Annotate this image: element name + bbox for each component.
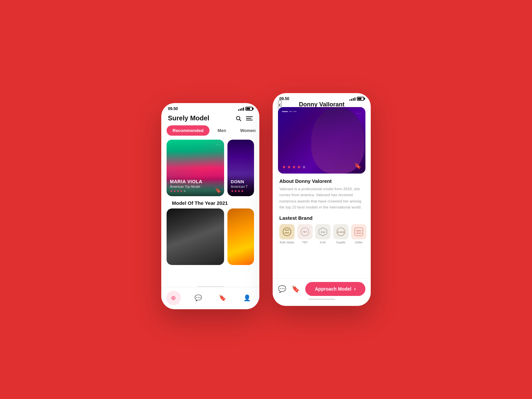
nav-chat[interactable]: 💬: [191, 291, 205, 305]
brands-title: Lastest Brand: [279, 215, 364, 221]
brand-tbt: TBT TBT: [297, 224, 313, 244]
nav-home[interactable]: ⊕: [166, 291, 181, 305]
home-indicator-2: [309, 299, 335, 300]
signal-icon-2: [349, 97, 355, 101]
model-subtitle-maria: American Top Model: [170, 185, 221, 189]
tab-women[interactable]: Women: [234, 125, 259, 136]
model-stars-maria: ★ ★ ★ ★ ★: [170, 189, 221, 193]
hero-model-image: ··· ★ ★ ★ ★ ★ 🔖: [278, 107, 365, 174]
header-icons: [235, 115, 253, 121]
hero-options-icon: ···: [356, 111, 361, 116]
nav-bookmark[interactable]: 🔖: [215, 291, 230, 305]
svg-text:•Salon: •Salon: [356, 232, 361, 234]
bookmark-icon-maria[interactable]: 🔖: [215, 187, 221, 194]
hero-stars: ★ ★ ★ ★ ★: [282, 164, 306, 170]
svg-text:Glitter: Glitter: [356, 230, 361, 232]
svg-text:Roki: Roki: [285, 229, 289, 231]
brand-logo-tbt: TBT: [297, 224, 313, 239]
svg-line-1: [239, 119, 241, 121]
brand-name-kae: KAE: [320, 241, 326, 244]
status-icons-2: [349, 97, 364, 101]
nav-profile[interactable]: 👤: [240, 291, 254, 305]
brands-row: Roki Skate Roki Skate TBT TBT: [279, 224, 364, 244]
status-bar-1: 09.50: [161, 103, 259, 112]
approach-label: Approach Model: [315, 286, 351, 292]
brand-name-sujade: Sujade: [336, 241, 345, 244]
tab-men[interactable]: Men: [211, 125, 232, 136]
phone2-nav: 💬 🔖 Approach Model ›: [278, 282, 365, 296]
brand-logo-roki: Roki Skate: [279, 224, 295, 239]
phone-1: 09.50 Surely Model: [161, 103, 259, 309]
brand-logo-kae: KAE: [315, 224, 331, 239]
battery-icon-2: [357, 97, 364, 101]
svg-text:TBT: TBT: [303, 231, 307, 233]
hero-bookmark-icon[interactable]: 🔖: [354, 162, 361, 170]
section-title-year: Model Of The Year 2021: [172, 200, 249, 206]
profile-icon: 👤: [243, 294, 251, 302]
app-title: Surely Model: [168, 114, 209, 122]
bottom-nav-1: ⊕ 💬 🔖 👤: [161, 287, 259, 309]
phones-container: 09.50 Surely Model: [161, 90, 371, 309]
model-card-maria[interactable]: ··· MARIA VIOLA American Top Model ★ ★ ★…: [167, 140, 224, 196]
chat-btn-2[interactable]: 💬: [278, 285, 286, 293]
phone2-bottom-bar: 💬 🔖 Approach Model ›: [273, 278, 371, 306]
year-cards-row: [167, 208, 254, 265]
approach-model-button[interactable]: Approach Model ›: [305, 282, 365, 296]
phone-2: 09.50 ‹ Donny Vallorant: [273, 93, 371, 306]
model-card-dark[interactable]: [167, 208, 224, 265]
bookmark-nav-icon: 🔖: [219, 294, 226, 302]
brands-section: Lastest Brand Roki Skate Roki Skate: [273, 210, 371, 244]
tabs-bar: Recommended Men Women: [161, 125, 259, 136]
brand-sujade: SUJADE Sujade: [333, 224, 348, 244]
brand-name-roki: Roki Skate: [280, 241, 294, 244]
about-section: About Donny Valorent Valorant is a profe…: [273, 174, 371, 210]
model-card-warm[interactable]: [227, 208, 254, 265]
chevron-right-icon: ›: [354, 286, 356, 292]
home-icon: ⊕: [171, 294, 176, 302]
brand-gliiter: Glitter •Salon Gliiter: [351, 224, 366, 244]
status-icons-1: [238, 107, 253, 111]
model-name-donn: DONN: [231, 180, 251, 184]
brand-roki-skate: Roki Skate Roki Skate: [279, 224, 295, 244]
model-subtitle-donn: American T: [231, 185, 251, 189]
brand-name-tbt: TBT: [302, 241, 308, 244]
model-card-donn[interactable]: DONN American T ★ ★ ★ ★: [227, 140, 254, 196]
brand-name-gliiter: Gliiter: [355, 241, 363, 244]
tab-recommended[interactable]: Recommended: [167, 125, 209, 136]
menu-button[interactable]: [246, 116, 253, 121]
featured-cards-row: ··· MARIA VIOLA American Top Model ★ ★ ★…: [167, 140, 254, 196]
battery-icon-1: [245, 107, 253, 111]
hero-progress-lines: [282, 111, 297, 112]
about-text: Valorant is a professional model from 20…: [279, 186, 364, 210]
signal-icon-1: [238, 107, 244, 111]
status-time-1: 09.50: [168, 106, 178, 111]
card-options-icon: ···: [216, 142, 221, 147]
brand-logo-gliiter: Glitter •Salon: [351, 224, 366, 239]
svg-text:SUJADE: SUJADE: [337, 231, 344, 233]
brand-logo-sujade: SUJADE: [333, 224, 348, 239]
profile-header: ‹ Donny Vallorant: [273, 102, 371, 107]
model-name-maria: MARIA VIOLA: [170, 179, 221, 184]
bookmark-btn-2[interactable]: 🔖: [292, 285, 300, 293]
svg-text:KAE: KAE: [321, 231, 325, 233]
app-header-1: Surely Model: [161, 112, 259, 125]
brand-kae: KAE KAE: [315, 224, 331, 244]
about-title: About Donny Valorent: [279, 178, 364, 184]
chat-icon: 💬: [195, 294, 202, 302]
svg-text:Skate: Skate: [285, 231, 289, 233]
cards-area-1: ··· MARIA VIOLA American Top Model ★ ★ ★…: [161, 140, 259, 269]
search-button[interactable]: [235, 115, 241, 121]
